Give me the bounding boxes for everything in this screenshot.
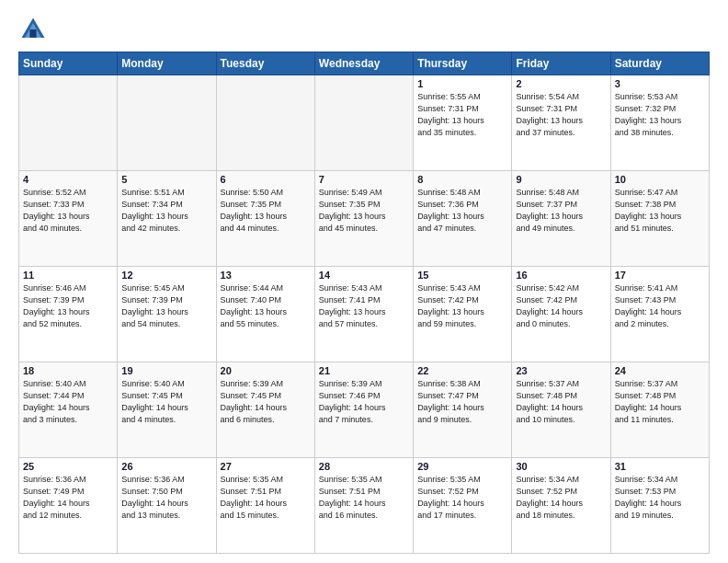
calendar-cell: 10Sunrise: 5:47 AM Sunset: 7:38 PM Dayli… [610, 171, 709, 267]
day-info: Sunrise: 5:39 AM Sunset: 7:46 PM Dayligh… [319, 378, 409, 426]
day-number: 4 [23, 174, 113, 185]
calendar-header-friday: Friday [512, 52, 610, 75]
day-info: Sunrise: 5:37 AM Sunset: 7:48 PM Dayligh… [615, 378, 705, 426]
day-info: Sunrise: 5:36 AM Sunset: 7:50 PM Dayligh… [121, 474, 211, 522]
day-info: Sunrise: 5:45 AM Sunset: 7:39 PM Dayligh… [121, 282, 211, 330]
day-number: 17 [615, 270, 705, 281]
calendar-cell: 15Sunrise: 5:43 AM Sunset: 7:42 PM Dayli… [414, 267, 512, 362]
calendar-cell: 18Sunrise: 5:40 AM Sunset: 7:44 PM Dayli… [19, 362, 118, 458]
calendar-cell: 16Sunrise: 5:42 AM Sunset: 7:42 PM Dayli… [512, 267, 610, 362]
day-number: 31 [615, 461, 705, 472]
calendar-cell: 20Sunrise: 5:39 AM Sunset: 7:45 PM Dayli… [216, 362, 314, 458]
calendar-cell: 29Sunrise: 5:35 AM Sunset: 7:52 PM Dayli… [414, 458, 512, 554]
day-number: 29 [417, 461, 507, 472]
day-number: 14 [319, 270, 409, 281]
day-number: 16 [516, 270, 606, 281]
calendar-header-row: SundayMondayTuesdayWednesdayThursdayFrid… [19, 52, 710, 75]
day-info: Sunrise: 5:37 AM Sunset: 7:48 PM Dayligh… [516, 378, 606, 426]
calendar-cell: 7Sunrise: 5:49 AM Sunset: 7:35 PM Daylig… [314, 171, 413, 267]
calendar-header-sunday: Sunday [19, 52, 118, 75]
day-info: Sunrise: 5:36 AM Sunset: 7:49 PM Dayligh… [23, 474, 113, 522]
calendar-cell: 11Sunrise: 5:46 AM Sunset: 7:39 PM Dayli… [19, 267, 118, 362]
calendar-cell: 27Sunrise: 5:35 AM Sunset: 7:51 PM Dayli… [216, 458, 314, 554]
day-info: Sunrise: 5:50 AM Sunset: 7:35 PM Dayligh… [221, 187, 311, 235]
day-number: 28 [319, 461, 409, 472]
day-info: Sunrise: 5:55 AM Sunset: 7:31 PM Dayligh… [417, 91, 507, 139]
calendar-week-5: 25Sunrise: 5:36 AM Sunset: 7:49 PM Dayli… [19, 458, 710, 554]
day-number: 13 [221, 270, 311, 281]
day-info: Sunrise: 5:42 AM Sunset: 7:42 PM Dayligh… [516, 282, 606, 330]
calendar-cell: 22Sunrise: 5:38 AM Sunset: 7:47 PM Dayli… [414, 362, 512, 458]
day-info: Sunrise: 5:51 AM Sunset: 7:34 PM Dayligh… [121, 187, 211, 235]
day-number: 11 [23, 270, 113, 281]
day-info: Sunrise: 5:39 AM Sunset: 7:45 PM Dayligh… [221, 378, 311, 426]
calendar-cell: 4Sunrise: 5:52 AM Sunset: 7:33 PM Daylig… [19, 171, 118, 267]
day-number: 19 [121, 365, 211, 376]
day-info: Sunrise: 5:47 AM Sunset: 7:38 PM Dayligh… [615, 187, 705, 235]
page: SundayMondayTuesdayWednesdayThursdayFrid… [0, 0, 728, 563]
day-number: 10 [615, 174, 705, 185]
logo-icon [18, 15, 48, 44]
day-number: 21 [319, 365, 409, 376]
calendar-cell: 24Sunrise: 5:37 AM Sunset: 7:48 PM Dayli… [610, 362, 709, 458]
day-info: Sunrise: 5:34 AM Sunset: 7:53 PM Dayligh… [615, 474, 705, 522]
day-number: 15 [417, 270, 507, 281]
day-info: Sunrise: 5:41 AM Sunset: 7:43 PM Dayligh… [615, 282, 705, 330]
calendar-header-monday: Monday [118, 52, 216, 75]
day-number: 9 [516, 174, 606, 185]
day-number: 3 [615, 78, 705, 89]
day-number: 5 [121, 174, 211, 185]
day-info: Sunrise: 5:43 AM Sunset: 7:42 PM Dayligh… [417, 282, 507, 330]
day-info: Sunrise: 5:44 AM Sunset: 7:40 PM Dayligh… [221, 282, 311, 330]
day-number: 30 [516, 461, 606, 472]
calendar-header-saturday: Saturday [610, 52, 709, 75]
day-number: 1 [417, 78, 507, 89]
calendar-cell: 30Sunrise: 5:34 AM Sunset: 7:52 PM Dayli… [512, 458, 610, 554]
calendar-cell: 1Sunrise: 5:55 AM Sunset: 7:31 PM Daylig… [414, 75, 512, 171]
day-number: 25 [23, 461, 113, 472]
logo [18, 15, 51, 44]
day-number: 23 [516, 365, 606, 376]
day-info: Sunrise: 5:49 AM Sunset: 7:35 PM Dayligh… [319, 187, 409, 235]
day-number: 6 [221, 174, 311, 185]
day-number: 27 [221, 461, 311, 472]
calendar-table: SundayMondayTuesdayWednesdayThursdayFrid… [18, 52, 710, 554]
calendar-header-thursday: Thursday [414, 52, 512, 75]
calendar-cell [216, 75, 314, 171]
day-info: Sunrise: 5:40 AM Sunset: 7:45 PM Dayligh… [121, 378, 211, 426]
calendar-week-4: 18Sunrise: 5:40 AM Sunset: 7:44 PM Dayli… [19, 362, 710, 458]
day-info: Sunrise: 5:54 AM Sunset: 7:31 PM Dayligh… [516, 91, 606, 139]
day-number: 7 [319, 174, 409, 185]
day-number: 8 [417, 174, 507, 185]
day-number: 2 [516, 78, 606, 89]
header [18, 15, 710, 44]
day-number: 18 [23, 365, 113, 376]
calendar-cell: 25Sunrise: 5:36 AM Sunset: 7:49 PM Dayli… [19, 458, 118, 554]
day-info: Sunrise: 5:43 AM Sunset: 7:41 PM Dayligh… [319, 282, 409, 330]
day-info: Sunrise: 5:38 AM Sunset: 7:47 PM Dayligh… [417, 378, 507, 426]
calendar-cell: 26Sunrise: 5:36 AM Sunset: 7:50 PM Dayli… [118, 458, 216, 554]
calendar-cell: 31Sunrise: 5:34 AM Sunset: 7:53 PM Dayli… [610, 458, 709, 554]
calendar-cell: 12Sunrise: 5:45 AM Sunset: 7:39 PM Dayli… [118, 267, 216, 362]
day-info: Sunrise: 5:34 AM Sunset: 7:52 PM Dayligh… [516, 474, 606, 522]
calendar-cell [118, 75, 216, 171]
calendar-cell: 2Sunrise: 5:54 AM Sunset: 7:31 PM Daylig… [512, 75, 610, 171]
calendar-week-2: 4Sunrise: 5:52 AM Sunset: 7:33 PM Daylig… [19, 171, 710, 267]
calendar-cell: 19Sunrise: 5:40 AM Sunset: 7:45 PM Dayli… [118, 362, 216, 458]
calendar-cell: 17Sunrise: 5:41 AM Sunset: 7:43 PM Dayli… [610, 267, 709, 362]
calendar-cell: 3Sunrise: 5:53 AM Sunset: 7:32 PM Daylig… [610, 75, 709, 171]
day-info: Sunrise: 5:40 AM Sunset: 7:44 PM Dayligh… [23, 378, 113, 426]
calendar-header-tuesday: Tuesday [216, 52, 314, 75]
day-number: 26 [121, 461, 211, 472]
calendar-cell [19, 75, 118, 171]
calendar-cell: 14Sunrise: 5:43 AM Sunset: 7:41 PM Dayli… [314, 267, 413, 362]
calendar-cell: 8Sunrise: 5:48 AM Sunset: 7:36 PM Daylig… [414, 171, 512, 267]
calendar-cell: 5Sunrise: 5:51 AM Sunset: 7:34 PM Daylig… [118, 171, 216, 267]
day-info: Sunrise: 5:35 AM Sunset: 7:51 PM Dayligh… [319, 474, 409, 522]
calendar-cell: 21Sunrise: 5:39 AM Sunset: 7:46 PM Dayli… [314, 362, 413, 458]
calendar-cell: 23Sunrise: 5:37 AM Sunset: 7:48 PM Dayli… [512, 362, 610, 458]
day-number: 24 [615, 365, 705, 376]
day-info: Sunrise: 5:53 AM Sunset: 7:32 PM Dayligh… [615, 91, 705, 139]
calendar-week-3: 11Sunrise: 5:46 AM Sunset: 7:39 PM Dayli… [19, 267, 710, 362]
calendar-cell: 6Sunrise: 5:50 AM Sunset: 7:35 PM Daylig… [216, 171, 314, 267]
